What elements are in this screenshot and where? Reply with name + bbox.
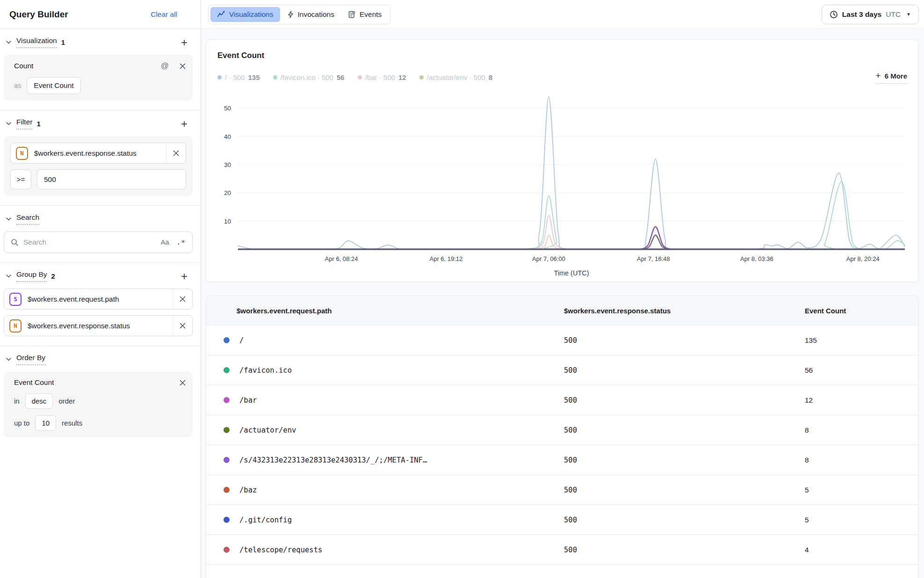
path-cell: /actuator/env: [206, 426, 564, 434]
chevron-down-icon[interactable]: [6, 122, 12, 126]
group-by-section-title: Group By: [16, 270, 47, 282]
request-path: /baz: [239, 486, 257, 494]
clear-all-link[interactable]: Clear all: [151, 10, 177, 19]
add-filter-button[interactable]: +: [181, 119, 188, 128]
tab-invocations[interactable]: Invocations: [281, 7, 341, 22]
series-color-dot: [224, 397, 230, 403]
legend-item[interactable]: /bar · 50012: [358, 73, 406, 81]
svg-text:20: 20: [224, 189, 231, 196]
request-path: /.git/config: [239, 516, 292, 524]
chart-legend: / · 500135/favicon.ico · 50056/bar · 500…: [217, 73, 492, 81]
chart-title: Event Count: [217, 51, 907, 60]
table-header: $workers.event.request.path $workers.eve…: [206, 296, 918, 325]
series-color-dot: [224, 487, 230, 493]
legend-item[interactable]: /actuator/env · 5008: [419, 73, 492, 81]
search-input[interactable]: [23, 238, 153, 246]
regex-toggle[interactable]: .*: [177, 238, 186, 246]
chevron-down-icon[interactable]: [6, 274, 12, 278]
case-sensitive-toggle[interactable]: Aa: [161, 238, 169, 246]
table-row[interactable]: /s/432313e22313e28313e2430313/_/;/META-I…: [206, 445, 918, 475]
results-label: results: [62, 419, 82, 427]
add-group-by-button[interactable]: +: [181, 272, 188, 281]
clock-icon: [830, 10, 838, 19]
chevron-down-icon[interactable]: [6, 217, 12, 221]
more-series-button[interactable]: + 6 More: [876, 71, 907, 84]
table-row[interactable]: /.git/config5005: [206, 505, 918, 535]
remove-filter-button[interactable]: [166, 143, 186, 163]
svg-text:Time (UTC): Time (UTC): [554, 269, 589, 277]
column-header-path[interactable]: $workers.event.request.path: [206, 307, 564, 315]
order-by-section-title: Order By: [16, 354, 45, 365]
tab-label: Events: [360, 10, 382, 19]
svg-text:50: 50: [224, 105, 231, 112]
filter-operator-select[interactable]: >=: [10, 169, 31, 189]
filter-count: 1: [36, 120, 40, 128]
chevron-down-icon[interactable]: [6, 357, 12, 361]
tab-label: Invocations: [298, 10, 334, 19]
svg-text:Apr 7, 16:48: Apr 7, 16:48: [637, 255, 670, 262]
at-icon[interactable]: @: [161, 61, 169, 71]
remove-chip-button[interactable]: [173, 289, 192, 309]
filter-section-title: Filter: [16, 118, 32, 130]
search-section-title: Search: [16, 213, 39, 225]
time-range-selector[interactable]: Last 3 days UTC ▼: [822, 5, 919, 24]
filter-field-chip: N $workers.event.response.status: [10, 143, 186, 164]
tab-visualizations[interactable]: Visualizations: [210, 7, 280, 22]
series-color-dot: [224, 427, 230, 433]
remove-chip-button[interactable]: [173, 316, 192, 336]
number-type-badge: N: [16, 147, 28, 160]
legend-value: 12: [398, 73, 406, 81]
group-by-field-name[interactable]: $workers.event.request.path: [28, 295, 119, 303]
series-color-dot: [224, 547, 230, 553]
close-icon[interactable]: [179, 63, 186, 70]
limit-input[interactable]: 10: [35, 415, 56, 431]
table-row[interactable]: /bar50012: [206, 385, 918, 415]
timezone-label: UTC: [886, 10, 901, 19]
content-area: Event Count / · 500135/favicon.ico · 500…: [201, 29, 924, 578]
legend-item[interactable]: /favicon.ico · 50056: [273, 73, 345, 81]
table-row-partial: [206, 565, 918, 578]
series-color-dot: [224, 457, 230, 463]
remove-order-by-button[interactable]: [179, 379, 186, 386]
tab-events[interactable]: Events: [342, 7, 388, 22]
table-row[interactable]: /500135: [206, 325, 918, 355]
column-header-count[interactable]: Event Count: [805, 307, 918, 315]
legend-item[interactable]: / · 500135: [217, 73, 260, 81]
series-color-dot: [217, 75, 222, 79]
lightning-icon: [288, 11, 294, 18]
path-cell: /telescope/requests: [206, 546, 564, 554]
svg-text:Apr 6, 08:24: Apr 6, 08:24: [325, 255, 358, 262]
count-cell: 8: [805, 426, 918, 434]
filter-field-name[interactable]: $workers.event.response.status: [34, 149, 137, 158]
direction-select[interactable]: desc: [25, 393, 53, 409]
filter-value-input[interactable]: 500: [37, 169, 186, 189]
table-row[interactable]: /actuator/env5008: [206, 415, 918, 445]
status-cell: 500: [564, 396, 805, 405]
column-header-status[interactable]: $workers.event.response.status: [564, 307, 805, 315]
status-cell: 500: [564, 546, 805, 554]
visualization-section: Visualization 1 + Count @ as Event Count: [0, 29, 201, 110]
topbar: Visualizations Invocations Events Last 3…: [201, 0, 924, 29]
chevron-down-icon[interactable]: [6, 40, 12, 44]
group-by-field-name[interactable]: $workers.event.response.status: [28, 322, 130, 330]
filter-card: N $workers.event.response.status >= 500: [4, 136, 193, 196]
table-row[interactable]: /telescope/requests5004: [206, 535, 918, 565]
events-icon: [348, 11, 355, 18]
view-tabs: Visualizations Invocations Events: [208, 5, 390, 24]
order-label: order: [58, 397, 75, 405]
add-visualization-button[interactable]: +: [181, 38, 188, 47]
svg-text:Apr 6, 19:12: Apr 6, 19:12: [429, 255, 462, 262]
alias-input[interactable]: Event Count: [27, 77, 80, 94]
path-cell: /bar: [206, 396, 564, 405]
count-cell: 5: [805, 516, 918, 524]
visualization-count: 1: [61, 38, 65, 46]
group-by-list: S$workers.event.request.pathN$workers.ev…: [4, 289, 193, 336]
table-row[interactable]: /favicon.ico50056: [206, 355, 918, 385]
table-row[interactable]: /baz5005: [206, 475, 918, 505]
string-type-badge: S: [9, 293, 22, 306]
count-cell: 5: [805, 486, 918, 494]
legend-label: / · 500: [225, 73, 245, 81]
more-label: 6 More: [885, 72, 907, 80]
legend-value: 56: [337, 73, 345, 81]
order-by-card: Event Count in desc order up to 10 resul…: [4, 372, 193, 437]
